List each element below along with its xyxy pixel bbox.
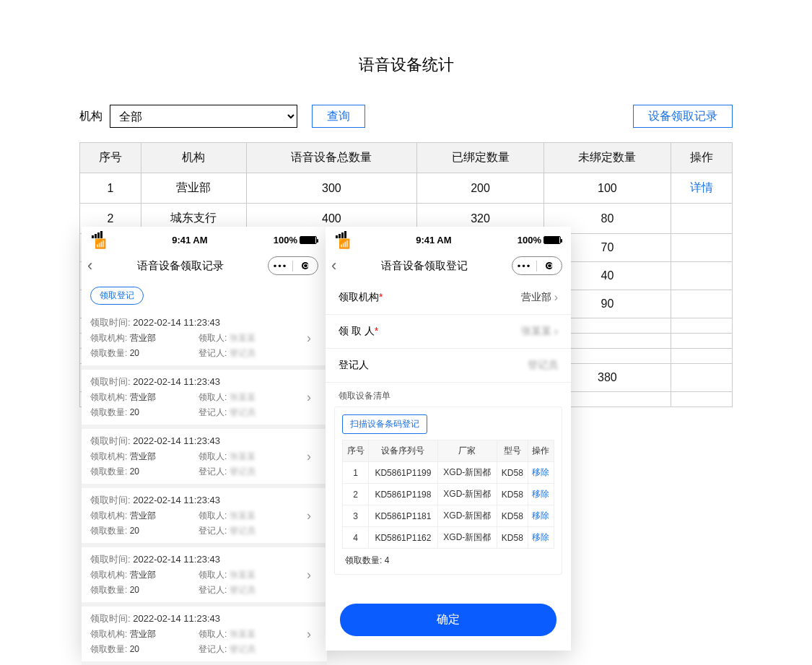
chevron-right-icon: › xyxy=(307,390,318,405)
table-row: 1营业部300200100详情 xyxy=(80,173,733,204)
table-cell-op: 移除 xyxy=(528,527,554,549)
record-registrar: 登记人: 登记员 xyxy=(198,407,307,419)
table-cell: KD58 xyxy=(497,527,528,549)
list-item[interactable]: 领取时间: 2022-02-14 11:23:43 › 领取机构: 营业部 领取… xyxy=(82,607,327,661)
page-title: 语音设备统计 xyxy=(79,0,733,105)
record-registrar: 登记人: 登记员 xyxy=(198,466,307,478)
list-item[interactable]: 领取时间: 2022-02-14 11:23:43 › 领取机构: 营业部 领取… xyxy=(82,310,327,365)
table-cell: KD5861P1198 xyxy=(369,484,438,505)
back-icon[interactable]: ‹ xyxy=(331,256,336,275)
table-header: 序号 xyxy=(80,143,141,173)
query-button[interactable]: 查询 xyxy=(312,105,365,128)
org-select[interactable]: 全部 xyxy=(110,105,297,128)
table-row: 4KD5861P1162XGD-新国都KD58移除 xyxy=(343,527,554,549)
required-icon: * xyxy=(375,325,378,336)
menu-icon[interactable]: ••• xyxy=(269,261,293,271)
table-cell-op xyxy=(671,262,732,290)
detail-link[interactable]: 详情 xyxy=(690,181,713,194)
record-org: 领取机构: 营业部 xyxy=(90,569,198,581)
table-cell-op: 移除 xyxy=(528,462,554,484)
filter-row: 机构 全部 查询 设备领取记录 xyxy=(79,105,733,128)
org-label: 领取机构 xyxy=(339,291,379,303)
table-cell-op xyxy=(671,392,732,407)
record-person: 领取人: 张某某 xyxy=(198,510,307,522)
remove-link[interactable]: 移除 xyxy=(532,510,549,521)
table-cell: 营业部 xyxy=(141,173,247,204)
register-form: 领取机构* 营业部› 领 取 人* 张某某› 登记人 登记员 xyxy=(326,281,571,383)
list-item[interactable]: 领取时间: 2022-02-14 11:23:43 › 领取机构: 营业部 领取… xyxy=(82,370,327,425)
battery-icon: 100% xyxy=(518,235,561,245)
record-time: 领取时间: 2022-02-14 11:23:43 xyxy=(90,553,307,566)
table-cell: KD5861P1162 xyxy=(369,527,438,549)
list-item[interactable]: 领取时间: 2022-02-14 11:23:43 › 领取机构: 营业部 领取… xyxy=(82,488,327,543)
chevron-right-icon: › xyxy=(307,627,318,642)
device-list-title: 领取设备清单 xyxy=(326,383,571,407)
table-header: 操作 xyxy=(528,440,554,462)
table-cell: 4 xyxy=(343,527,369,549)
wechat-capsule[interactable]: ••• xyxy=(268,256,318,275)
table-cell-op xyxy=(671,349,732,364)
phone-left-title: 语音设备领取记录 xyxy=(92,259,268,273)
table-cell-op xyxy=(671,204,732,234)
table-cell: 100 xyxy=(543,173,671,204)
back-icon[interactable]: ‹ xyxy=(87,256,92,275)
record-person: 领取人: 张某某 xyxy=(198,332,307,344)
org-field[interactable]: 领取机构* 营业部› xyxy=(326,281,571,315)
count-label: 领取数量: xyxy=(345,555,382,565)
record-org: 领取机构: 营业部 xyxy=(90,332,198,344)
table-cell: 1 xyxy=(80,173,141,204)
device-record-button[interactable]: 设备领取记录 xyxy=(633,105,733,128)
table-header: 机构 xyxy=(141,143,247,173)
table-cell-op xyxy=(671,364,732,392)
record-org: 领取机构: 营业部 xyxy=(90,510,198,522)
person-label: 领 取 人 xyxy=(339,325,375,336)
registrar-label: 登记人 xyxy=(339,359,369,372)
record-count: 领取数量: 20 xyxy=(90,584,198,596)
filter-label: 机构 xyxy=(79,109,102,124)
list-item[interactable]: 领取时间: 2022-02-14 11:23:43 › 领取机构: 营业部 领取… xyxy=(82,547,327,602)
table-header: 操作 xyxy=(671,143,732,173)
list-item[interactable]: 领取时间: 2022-02-14 11:23:43 › 领取机构: 营业部 领取… xyxy=(82,429,327,484)
chevron-right-icon: › xyxy=(554,325,558,338)
signal-icon: 📶 xyxy=(92,231,106,249)
close-icon[interactable] xyxy=(293,261,318,271)
menu-icon[interactable]: ••• xyxy=(512,261,537,271)
count-row: 领取数量: 4 xyxy=(342,549,554,567)
table-cell: KD58 xyxy=(497,484,528,505)
record-org: 领取机构: 营业部 xyxy=(90,391,198,404)
table-header: 序号 xyxy=(343,440,369,462)
table-cell: KD5861P1181 xyxy=(369,505,438,527)
remove-link[interactable]: 移除 xyxy=(532,467,549,477)
record-time: 领取时间: 2022-02-14 11:23:43 xyxy=(90,316,307,329)
status-bar: 📶 9:41 AM 100% xyxy=(326,227,571,251)
table-cell-op xyxy=(671,318,732,334)
chevron-right-icon: › xyxy=(307,568,318,583)
table-cell: XGD-新国都 xyxy=(437,527,497,549)
scan-button[interactable]: 扫描设备条码登记 xyxy=(342,414,427,434)
record-registrar: 登记人: 登记员 xyxy=(198,347,307,360)
table-header: 型号 xyxy=(497,440,528,462)
register-chip[interactable]: 领取登记 xyxy=(90,287,144,305)
wechat-capsule[interactable]: ••• xyxy=(512,256,562,275)
remove-link[interactable]: 移除 xyxy=(532,489,549,499)
table-row: 3KD5861P1181XGD-新国都KD58移除 xyxy=(343,505,554,527)
device-panel: 扫描设备条码登记 序号设备序列号厂家型号操作 1KD5861P1199XGD-新… xyxy=(334,407,562,575)
table-cell-op: 移除 xyxy=(528,484,554,505)
status-bar: 📶 9:41 AM 100% xyxy=(82,227,327,251)
table-cell: KD58 xyxy=(497,462,528,484)
person-field[interactable]: 领 取 人* 张某某› xyxy=(326,315,571,349)
registrar-field: 登记人 登记员 xyxy=(326,349,571,383)
close-icon[interactable] xyxy=(537,261,562,271)
record-org: 领取机构: 营业部 xyxy=(90,628,198,640)
person-value: 张某某› xyxy=(521,325,558,338)
record-time: 领取时间: 2022-02-14 11:23:43 xyxy=(90,375,307,388)
confirm-button[interactable]: 确定 xyxy=(340,604,556,636)
table-cell-op xyxy=(671,334,732,349)
table-header: 未绑定数量 xyxy=(543,143,671,173)
table-cell: XGD-新国都 xyxy=(437,462,497,484)
table-cell: 300 xyxy=(246,173,416,204)
table-row: 2KD5861P1198XGD-新国都KD58移除 xyxy=(343,484,554,505)
remove-link[interactable]: 移除 xyxy=(532,532,549,542)
table-header: 设备序列号 xyxy=(369,440,438,462)
record-count: 领取数量: 20 xyxy=(90,347,198,360)
